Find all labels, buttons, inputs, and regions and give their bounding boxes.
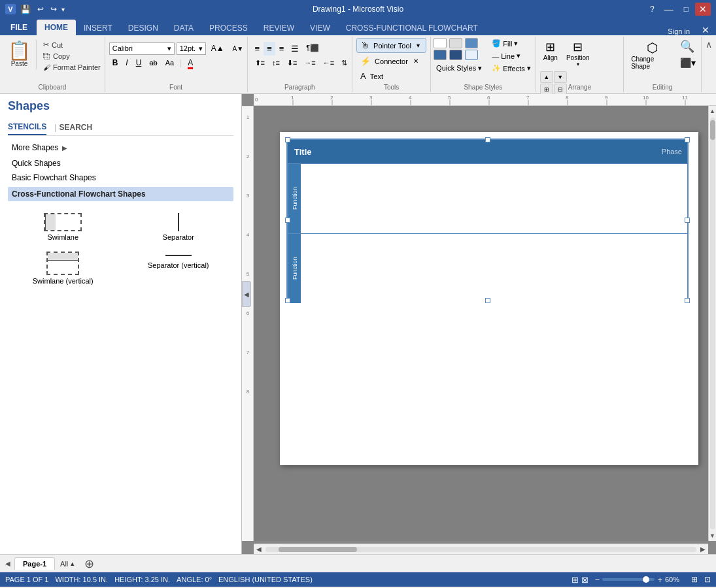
align-left-btn[interactable]: ≡ [252, 42, 264, 56]
scroll-up-btn[interactable]: ▲ [707, 106, 716, 116]
sel-handle-bc[interactable] [485, 298, 490, 303]
outdent-btn[interactable]: ←≡ [320, 57, 337, 69]
cross-functional-section[interactable]: Cross-Functional Flowchart Shapes [8, 187, 233, 201]
close-btn[interactable]: ✕ [695, 3, 711, 16]
separator-shape-item[interactable]: Separator [124, 210, 234, 244]
select-btn[interactable]: ⬛▾ [679, 56, 697, 69]
fill-btn[interactable]: 🪣 Fill ▾ [490, 38, 532, 49]
copy-btn[interactable]: ⿻ Copy [41, 51, 103, 61]
font-selector[interactable]: Calibri ▾ [109, 42, 175, 55]
scroll-page-left[interactable]: ◀ [3, 559, 13, 568]
tab-review[interactable]: REVIEW [256, 21, 302, 35]
tab-process[interactable]: PROCESS [201, 21, 256, 35]
zoom-control[interactable]: − + 60% [595, 575, 685, 585]
scroll-right-btn[interactable]: ▶ [698, 546, 708, 553]
basic-flowchart-item[interactable]: Basic Flowchart Shapes [8, 171, 233, 184]
font-size-selector[interactable]: 12pt. ▾ [177, 42, 206, 55]
italic-btn[interactable]: I [122, 57, 131, 69]
tab-design[interactable]: DESIGN [120, 21, 166, 35]
line-btn[interactable]: — Line ▾ [490, 50, 532, 61]
style-2[interactable] [449, 38, 462, 48]
more-shapes-item[interactable]: More Shapes ▶ [8, 141, 233, 154]
swimlane-2-content[interactable] [301, 234, 687, 303]
indent-btn[interactable]: →≡ [301, 57, 318, 69]
paste-btn[interactable]: 📋 Paste [4, 39, 37, 70]
format-painter-btn[interactable]: 🖌 Format Painter [41, 62, 103, 73]
change-shape-btn[interactable]: ⬡ Change Shape [628, 38, 676, 72]
style-6[interactable] [465, 50, 478, 60]
font-color-btn[interactable]: A [184, 57, 196, 69]
style-5[interactable] [449, 50, 462, 60]
separator-v-shape-item[interactable]: Separator (vertical) [124, 249, 234, 287]
underline-btn[interactable]: U [133, 57, 145, 69]
vertical-scrollbar[interactable]: ▲ ▼ [708, 106, 716, 541]
connector-dropdown[interactable]: ✕ [413, 57, 418, 65]
sel-handle-mr[interactable] [685, 218, 690, 223]
sel-handle-tc[interactable] [485, 137, 490, 142]
tab-home[interactable]: HOME [37, 20, 76, 35]
connector-tool-btn[interactable]: ⚡ Connector ✕ [356, 54, 426, 68]
quick-shapes-item[interactable]: Quick Shapes [8, 157, 233, 170]
text-tool-btn[interactable]: A Text [356, 69, 426, 83]
quick-save[interactable]: 💾 [18, 4, 33, 15]
swimlane-1[interactable]: Function [288, 163, 687, 233]
sign-in-btn[interactable]: Sign in [661, 27, 696, 35]
scroll-down-btn[interactable]: ▼ [707, 531, 716, 541]
v-scroll-track[interactable] [710, 118, 715, 529]
align-btn[interactable]: ⊞ Align [540, 38, 561, 69]
expand-ribbon-btn[interactable]: ∧ [702, 37, 716, 52]
diagram[interactable]: Title Phase Function Function [286, 139, 689, 302]
decrease-font-btn[interactable]: A▼ [230, 44, 247, 54]
quick-dropdown[interactable]: ▾ [61, 6, 65, 13]
fit-page-btn[interactable]: ⊞ [691, 575, 698, 584]
pointer-tool-btn[interactable]: 🖱 Pointer Tool ▾ [356, 38, 426, 53]
horizontal-scrollbar[interactable]: ◀ ▶ [254, 544, 708, 554]
tab-file[interactable]: FILE [1, 20, 37, 35]
tab-insert[interactable]: INSERT [76, 21, 120, 35]
swimlane-v-shape-item[interactable]: Swimlane (vertical) [8, 249, 118, 287]
send-backward-btn[interactable]: ▼ [554, 71, 567, 83]
scroll-left-btn[interactable]: ◀ [254, 546, 264, 553]
quick-undo[interactable]: ↩ [35, 4, 46, 14]
find-btn[interactable]: 🔍 [679, 38, 697, 55]
page-all-indicator[interactable]: All ▲ [56, 558, 79, 570]
maximize-btn[interactable]: □ [680, 3, 692, 15]
increase-font-btn[interactable]: A▲ [208, 42, 228, 54]
style-4[interactable] [434, 50, 447, 60]
zoom-slider-thumb[interactable] [643, 576, 649, 583]
align-right-btn[interactable]: ≡ [276, 42, 288, 56]
cut-btn[interactable]: ✂ Cut [41, 39, 103, 50]
quick-redo[interactable]: ↪ [48, 4, 59, 14]
style-3[interactable] [465, 38, 478, 48]
zoom-out-btn[interactable]: − [595, 575, 600, 585]
align-center-btn[interactable]: ≡ [264, 42, 275, 56]
zoom-slider-track[interactable] [602, 578, 655, 581]
h-scroll-thumb[interactable] [279, 547, 357, 552]
v-scroll-thumb[interactable] [710, 120, 715, 140]
tab-data[interactable]: DATA [166, 21, 201, 35]
paragraph-settings-btn[interactable]: ¶⬛ [303, 42, 322, 56]
zoom-in-btn[interactable]: + [657, 575, 662, 585]
strikethrough-btn[interactable]: ab [146, 57, 160, 68]
help-btn[interactable]: ? [647, 3, 658, 15]
top-align-btn[interactable]: ⬆≡ [252, 57, 268, 69]
multiple-pages-btn[interactable]: ⊡ [704, 575, 711, 584]
swimlane-2[interactable]: Function [288, 233, 687, 303]
pointer-dropdown[interactable]: ▾ [417, 42, 420, 49]
style-1[interactable] [434, 38, 447, 48]
page-1-tab[interactable]: Page-1 [14, 557, 55, 570]
collapse-sidebar-btn[interactable]: ◀ [242, 281, 251, 307]
diagram-title-bar[interactable]: Title Phase [288, 140, 687, 163]
minimize-btn[interactable]: — [660, 3, 677, 16]
position-btn[interactable]: ⊟ Position ▾ [563, 38, 593, 69]
h-scroll-track[interactable] [265, 547, 696, 552]
canvas-wrapper[interactable]: Title Phase Function Function [254, 106, 708, 541]
bring-forward-btn[interactable]: ▲ [540, 71, 553, 83]
bullet-list-btn[interactable]: ☰ [288, 42, 302, 56]
swimlane-1-content[interactable] [301, 164, 687, 233]
tab-crossfunctional[interactable]: CROSS-FUNCTIONAL FLOWCHART [338, 21, 486, 35]
tab-view[interactable]: VIEW [302, 21, 338, 35]
stencils-tab[interactable]: STENCILS [8, 120, 46, 135]
bottom-align-btn[interactable]: ⬇≡ [284, 57, 300, 69]
quick-styles-btn[interactable]: Quick Styles ▾ [434, 63, 485, 74]
